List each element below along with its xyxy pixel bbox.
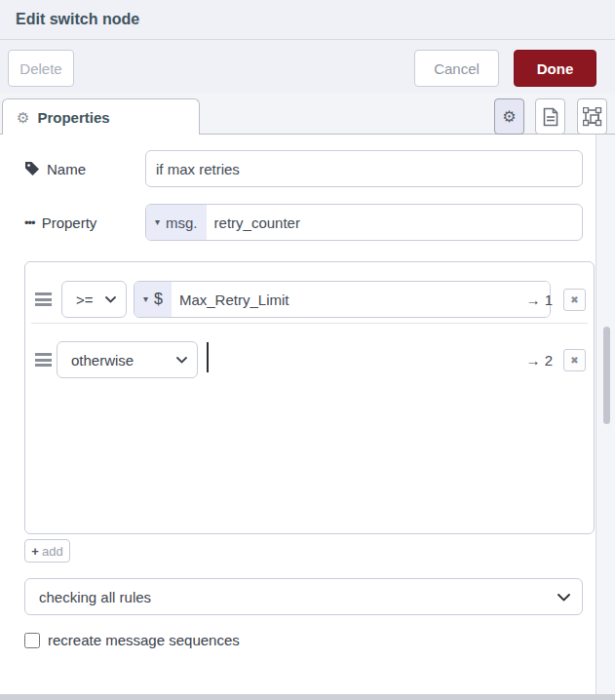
property-field-group: ▾ msg. retry_counter	[145, 204, 583, 241]
remove-icon: ✖	[570, 294, 578, 305]
document-icon	[543, 107, 558, 127]
dialog-title: Edit switch node	[16, 11, 139, 28]
chevron-down-icon	[557, 594, 568, 601]
description-tab-button[interactable]	[535, 98, 565, 135]
name-label-text: Name	[47, 161, 86, 177]
action-button-bar: Delete Cancel Done	[0, 40, 615, 93]
plus-icon: +	[31, 545, 39, 558]
rule-1-remove-button[interactable]: ✖	[563, 289, 586, 311]
dialog-bottom-edge	[0, 694, 615, 700]
scrollbar-track[interactable]	[596, 135, 615, 694]
gear-icon: ⚙	[502, 109, 516, 125]
property-value[interactable]: retry_counter	[207, 205, 300, 240]
rule-2-operator-select[interactable]: otherwise	[57, 341, 198, 378]
rule-row-2: otherwise → 2 ✖	[25, 330, 594, 390]
properties-tab-button[interactable]: ⚙	[494, 98, 524, 135]
rule-1-operator-value: >=	[76, 292, 94, 308]
dialog-header: Edit switch node	[0, 0, 615, 40]
appearance-tab-button[interactable]	[577, 98, 607, 135]
chevron-down-icon	[105, 296, 116, 303]
remove-icon: ✖	[570, 355, 578, 366]
edit-switch-node-dialog: Edit switch node Delete Cancel Done ⚙ Pr…	[0, 0, 615, 700]
expression-type-label: $	[154, 291, 163, 308]
add-rule-label: add	[42, 545, 63, 558]
rule-row-1: >= ▾ $ → 1 ✖	[25, 269, 594, 330]
rules-container: >= ▾ $ → 1 ✖ otherwise	[24, 261, 595, 534]
recreate-sequences-row: recreate message sequences	[24, 632, 240, 648]
cancel-button[interactable]: Cancel	[414, 50, 499, 87]
rule-1-type-selector[interactable]: ▾ $	[135, 282, 172, 317]
rule-1-operator-select[interactable]: >=	[61, 281, 127, 318]
rule-2-remove-button[interactable]: ✖	[563, 349, 586, 371]
recreate-sequences-checkbox[interactable]	[24, 633, 40, 648]
property-label-text: Property	[42, 214, 97, 231]
rule-mode-value: checking all rules	[39, 589, 151, 605]
done-button[interactable]: Done	[514, 50, 596, 87]
rule-1-output-port: → 1	[525, 281, 553, 318]
text-cursor	[207, 342, 209, 372]
delete-button[interactable]: Delete	[8, 50, 74, 87]
rule-divider	[31, 323, 588, 324]
rule-2-output-port: → 2	[525, 341, 553, 378]
tab-properties[interactable]: ⚙ Properties	[2, 98, 200, 135]
caret-down-icon: ▾	[155, 217, 160, 227]
name-field-wrap	[145, 150, 583, 187]
add-rule-button[interactable]: + add	[24, 539, 70, 563]
property-type-selector[interactable]: ▾ msg.	[146, 205, 207, 240]
scrollbar-thumb[interactable]	[603, 327, 610, 424]
drag-handle-icon[interactable]	[35, 292, 52, 306]
tab-bar: ⚙ Properties ⚙	[0, 93, 615, 135]
recreate-sequences-label[interactable]: recreate message sequences	[48, 632, 240, 648]
rule-1-value-group: ▾ $	[134, 281, 551, 318]
tag-icon	[24, 161, 40, 176]
ellipsis-icon: •••	[24, 216, 35, 229]
appearance-icon	[583, 107, 602, 127]
gear-icon: ⚙	[17, 110, 29, 125]
rule-2-operator-value: otherwise	[71, 352, 134, 369]
name-label: Name	[24, 150, 86, 187]
name-input[interactable]	[145, 150, 583, 187]
caret-down-icon: ▾	[143, 294, 148, 304]
drag-handle-icon[interactable]	[35, 353, 52, 367]
tab-properties-label: Properties	[37, 109, 109, 126]
rule-1-value-input[interactable]	[172, 282, 550, 317]
property-type-label: msg.	[166, 214, 198, 231]
chevron-down-icon	[176, 357, 187, 364]
property-label: ••• Property	[24, 204, 96, 241]
rule-mode-select[interactable]: checking all rules	[24, 578, 583, 615]
